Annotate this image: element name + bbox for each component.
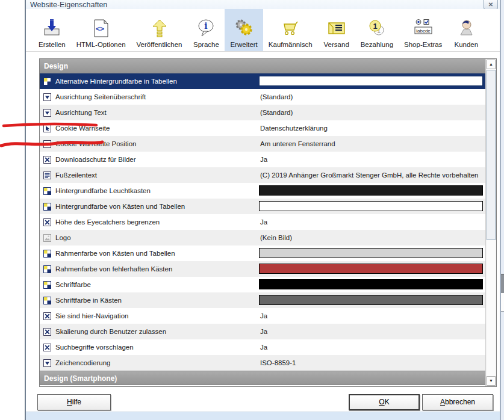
image-icon [40, 234, 51, 242]
property-grid: Design Alternative Hintergrundfarbe in T… [39, 58, 497, 387]
property-row-downloadschutz-für-bilder[interactable]: Downloadschutz für BilderJa [40, 152, 485, 167]
property-row-rahmenfarbe-von-fehlerhaften-kästen[interactable]: Rahmenfarbe von fehlerhaften Kästen [40, 261, 485, 277]
coins-icon: 1 1 [367, 17, 387, 40]
property-row-rahmenfarbe-von-kästen-und-tabellen[interactable]: Rahmenfarbe von Kästen und Tabellen [40, 246, 485, 261]
toolbar-item-label: Erweitert [230, 41, 257, 48]
property-row-cookie-warnseite-position[interactable]: Cookie Warnseite PositionAm unteren Fens… [40, 136, 485, 152]
property-row-cookie-warnseite[interactable]: Cookie WarnseiteDatenschutzerklärung [40, 120, 485, 136]
checkbox-icon [40, 218, 51, 226]
toolbar-item-label: Bezahlung [361, 41, 393, 48]
toolbar-item-label: Shop-Extras [404, 41, 442, 48]
close-icon[interactable]: ✕ [484, 0, 498, 10]
window-title: Website-Eigenschaften [30, 1, 107, 9]
property-value: (Standard) [260, 105, 293, 120]
package-icon [327, 17, 346, 40]
gears-icon [234, 17, 254, 40]
toolbar-item-veröffentlichen[interactable]: Veröffentlichen [131, 9, 188, 51]
property-row-zeichencodierung[interactable]: ZeichencodierungISO-8859-1 [40, 355, 485, 371]
toolbar-item-kunden[interactable]: Kunden [447, 9, 485, 51]
toolbar-item-erstellen[interactable]: Erstellen [33, 9, 71, 51]
property-row-logo[interactable]: Logo(Kein Bild) [40, 230, 485, 246]
toolbar-item-sprache[interactable]: iSprache [187, 9, 225, 51]
property-row-alternative-hintergrundfarbe-in-tabellen[interactable]: Alternative Hintergrundfarbe in Tabellen [40, 73, 485, 89]
toolbar-item-erweitert[interactable]: Erweitert [225, 9, 263, 51]
language-info-icon: i [196, 17, 216, 40]
text-icon [40, 171, 51, 179]
color-swatch[interactable] [259, 248, 483, 258]
property-label: Hintergrundfarbe von Kästen und Tabellen [55, 203, 185, 210]
scrollbar-thumb[interactable] [487, 70, 496, 240]
toolbar: Erstellen <>HTML-Optionen Veröffentliche… [26, 9, 500, 52]
property-row-schriftfarbe[interactable]: Schriftfarbe [40, 277, 485, 292]
property-label: Hintergrundfarbe Leuchtkasten [55, 187, 151, 194]
checkbox-icon [40, 328, 51, 336]
property-label: Höhe des Eyecatchers begrenzen [55, 218, 160, 226]
dropdown-icon [40, 140, 51, 148]
property-label: Suchbegriffe vorschlagen [55, 344, 134, 351]
color-icon [40, 297, 51, 304]
scroll-up-icon[interactable]: ▲ [487, 60, 496, 69]
cancel-button-label: bbrechen [445, 398, 475, 406]
shopping-cart-icon [280, 17, 300, 40]
property-row-sie-sind-hier-navigation[interactable]: Sie sind hier-NavigationJa [40, 308, 485, 324]
toolbar-item-versand[interactable]: Versand [318, 9, 355, 51]
toolbar-item-label: Kunden [455, 41, 479, 48]
property-label: Logo [55, 234, 71, 241]
property-label: Cookie Warnseite [55, 125, 110, 132]
cancel-button[interactable]: Abbrechen [422, 394, 493, 410]
property-row-schriftfarbe-in-kästen[interactable]: Schriftfarbe in Kästen [40, 292, 485, 308]
property-label: Skalierung durch Benutzer zulassen [55, 328, 166, 335]
website-properties-dialog: Website-Eigenschaften ✕ Erstellen <>HTML… [25, 0, 500, 420]
ok-button[interactable]: OK [349, 394, 420, 410]
color-swatch[interactable] [259, 201, 483, 211]
color-swatch[interactable] [259, 264, 483, 274]
property-value: Ja [260, 339, 267, 355]
property-label: Sie sind hier-Navigation [55, 312, 128, 320]
dialog-bottom-strip [26, 412, 500, 420]
color-icon [40, 78, 51, 85]
ok-button-label: K [385, 398, 390, 406]
property-row-hintergrundfarbe-leuchtkasten[interactable]: Hintergrundfarbe Leuchtkasten [40, 183, 485, 199]
property-row-suchbegriffe-vorschlagen[interactable]: Suchbegriffe vorschlagenJa [40, 339, 485, 355]
property-value: (Kein Bild) [260, 230, 292, 246]
help-button[interactable]: Hilfe [37, 394, 111, 410]
background-scrollbar-thumb [501, 274, 504, 293]
property-value: (C) 2019 Anhänger Großmarkt Stenger GmbH… [260, 167, 478, 183]
svg-text:labcde: labcde [416, 28, 431, 34]
toolbar-item-bezahlung[interactable]: 1 1Bezahlung [355, 9, 399, 51]
color-swatch[interactable] [259, 279, 483, 289]
section-header-design-smartphone: Design (Smartphone) [40, 371, 485, 385]
property-value: Datenschutzerklärung [260, 120, 328, 136]
property-row-hintergrundfarbe-von-kästen-und-tabellen[interactable]: Hintergrundfarbe von Kästen und Tabellen [40, 199, 485, 214]
property-label: Rahmenfarbe von fehlerhaften Kästen [55, 265, 172, 273]
vertical-scrollbar[interactable]: ▲ ▼ [485, 59, 496, 386]
toolbar-item-label: HTML-Optionen [76, 41, 126, 48]
svg-text:i: i [205, 21, 208, 31]
color-icon [40, 203, 51, 211]
dropdown-icon [40, 109, 51, 117]
property-label: Cookie Warnseite Position [55, 140, 136, 147]
toolbar-item-kaufmännisch[interactable]: Kaufmännisch [263, 9, 318, 51]
checkbox-icon [40, 344, 51, 351]
property-row-höhe-des-eyecatchers-begrenzen[interactable]: Höhe des Eyecatchers begrenzenJa [40, 214, 485, 230]
color-swatch[interactable] [259, 295, 483, 305]
checkbox-icon [40, 312, 51, 320]
property-row-fußzeilentext[interactable]: Fußzeilentext(C) 2019 Anhänger Großmarkt… [40, 167, 485, 183]
property-value: Ja [260, 324, 267, 339]
help-button-accel: H [67, 398, 72, 406]
property-value: ISO-8859-1 [260, 355, 296, 371]
toolbar-item-shop-extras[interactable]: labcdeShop-Extras [399, 9, 447, 51]
svg-text:<>: <> [95, 25, 104, 33]
property-row-ausrichtung-text[interactable]: Ausrichtung Text(Standard) [40, 105, 485, 120]
property-row-ausrichtung-seitenüberschrift[interactable]: Ausrichtung Seitenüberschrift(Standard) [40, 89, 485, 105]
property-value: Am unteren Fensterrand [260, 136, 335, 152]
property-row-skalierung-durch-benutzer-zulassen[interactable]: Skalierung durch Benutzer zulassenJa [40, 324, 485, 339]
property-label: Alternative Hintergrundfarbe in Tabellen [55, 78, 177, 85]
color-swatch[interactable] [259, 76, 483, 86]
titlebar: Website-Eigenschaften [26, 0, 500, 9]
scroll-down-icon[interactable]: ▼ [487, 376, 496, 386]
toolbar-item-html-optionen[interactable]: <>HTML-Optionen [71, 9, 131, 51]
color-swatch[interactable] [259, 185, 483, 196]
page: Website-Eigenschaften ✕ Erstellen <>HTML… [0, 0, 504, 420]
color-icon [40, 281, 51, 289]
